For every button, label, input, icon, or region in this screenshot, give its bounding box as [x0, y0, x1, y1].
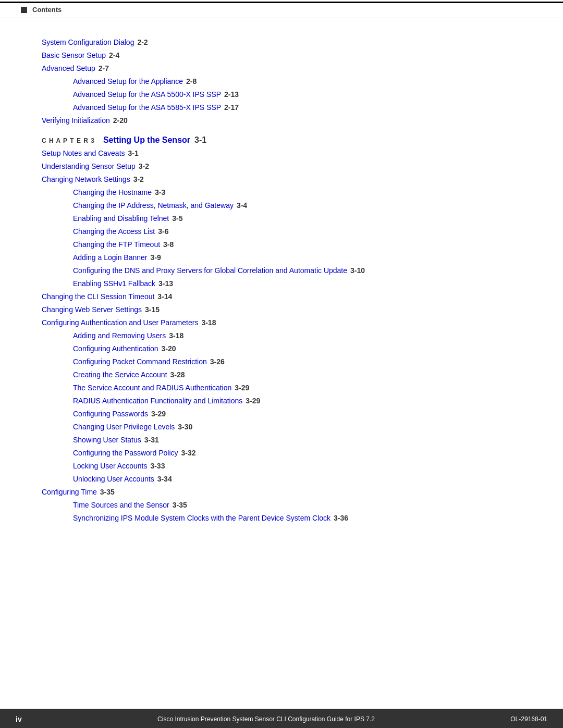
toc-page-number: 3-35	[173, 500, 187, 511]
chapter-3-title[interactable]: Setting Up the Sensor	[103, 135, 190, 145]
toc-link[interactable]: Advanced Setup for the ASA 5585-X IPS SS…	[73, 102, 221, 113]
toc-page-number: 3-13	[158, 278, 173, 289]
toc-page-number: 3-1	[128, 148, 139, 159]
toc-list: System Configuration Dialog2-2Basic Sens…	[42, 37, 521, 524]
toc-link[interactable]: System Configuration Dialog	[42, 37, 134, 48]
chapter-3-page: 3-1	[194, 135, 206, 145]
footer-document-title: Cisco Intrusion Prevention System Sensor…	[22, 715, 511, 723]
footer-page-number: iv	[16, 715, 22, 723]
toc-page-number: 3-36	[334, 513, 348, 524]
toc-page-number: 3-32	[181, 448, 196, 459]
toc-page-number: 3-20	[161, 343, 176, 354]
toc-link[interactable]: Changing the IP Address, Netmask, and Ga…	[73, 200, 234, 211]
toc-page-number: 3-31	[144, 435, 159, 446]
toc-page-number: 3-28	[170, 369, 185, 380]
toc-link[interactable]: Configuring Authentication	[73, 343, 158, 354]
toc-page-number: 3-15	[145, 304, 160, 315]
toc-link[interactable]: Advanced Setup for the Appliance	[73, 76, 183, 87]
toc-link[interactable]: Changing Web Server Settings	[42, 304, 142, 315]
toc-link[interactable]: Changing the CLI Session Timeout	[42, 291, 154, 302]
toc-page-number: 3-2	[139, 161, 149, 172]
toc-entry: RADIUS Authentication Functionality and …	[42, 396, 521, 406]
toc-link[interactable]: Verifying Initialization	[42, 115, 110, 126]
toc-link[interactable]: Configuring the DNS and Proxy Servers fo…	[73, 265, 347, 276]
toc-entry: Locking User Accounts3-33	[42, 461, 521, 472]
toc-entry: Changing Network Settings3-2	[42, 174, 521, 185]
toc-link[interactable]: Setup Notes and Caveats	[42, 148, 125, 159]
toc-link[interactable]: Configuring the Password Policy	[73, 448, 178, 459]
toc-page-number: 3-30	[178, 422, 192, 433]
toc-entry: Configuring Authentication and User Para…	[42, 317, 521, 328]
toc-link[interactable]: Changing the Access List	[73, 226, 155, 237]
toc-link[interactable]: Changing the Hostname	[73, 187, 152, 198]
toc-link[interactable]: Locking User Accounts	[73, 461, 147, 472]
toc-entry: Changing Web Server Settings3-15	[42, 304, 521, 315]
toc-page-number: 3-10	[350, 265, 365, 276]
toc-link[interactable]: The Service Account and RADIUS Authentic…	[73, 382, 231, 393]
toc-page-number: 3-14	[157, 291, 172, 302]
toc-link[interactable]: Adding and Removing Users	[73, 330, 166, 341]
toc-link[interactable]: Time Sources and the Sensor	[73, 500, 169, 511]
toc-entry: Advanced Setup for the Appliance2-8	[42, 76, 521, 87]
page-footer: iv Cisco Intrusion Prevention System Sen…	[0, 709, 563, 728]
toc-link[interactable]: Changing the FTP Timeout	[73, 239, 160, 250]
toc-link[interactable]: RADIUS Authentication Functionality and …	[73, 396, 242, 406]
toc-page-number: 3-33	[150, 461, 165, 472]
toc-link[interactable]: Advanced Setup	[42, 63, 95, 74]
toc-entry: Changing the Hostname3-3	[42, 187, 521, 198]
toc-link[interactable]: Configuring Time	[42, 487, 97, 498]
toc-entry: Adding a Login Banner3-9	[42, 252, 521, 263]
toc-link[interactable]: Changing Network Settings	[42, 174, 130, 185]
toc-entry: Changing the CLI Session Timeout3-14	[42, 291, 521, 302]
toc-page-number: 3-6	[158, 226, 168, 237]
toc-page-number: 3-29	[235, 382, 249, 393]
toc-entry: Advanced Setup2-7	[42, 63, 521, 74]
header-square-icon	[21, 7, 27, 13]
toc-link[interactable]: Creating the Service Account	[73, 369, 167, 380]
toc-page-number: 2-4	[109, 50, 119, 61]
toc-entry: Advanced Setup for the ASA 5585-X IPS SS…	[42, 102, 521, 113]
toc-link[interactable]: Showing User Status	[73, 435, 141, 446]
toc-link[interactable]: Configuring Passwords	[73, 409, 148, 419]
toc-entry: Creating the Service Account3-28	[42, 369, 521, 380]
toc-page-number: 3-4	[237, 200, 247, 211]
toc-link[interactable]: Changing User Privilege Levels	[73, 422, 175, 433]
toc-link[interactable]: Configuring Authentication and User Para…	[42, 317, 198, 328]
toc-page-number: 3-18	[169, 330, 183, 341]
toc-entry: Enabling SSHv1 Fallback3-13	[42, 278, 521, 289]
toc-page-number: 3-18	[201, 317, 216, 328]
toc-entry: Enabling and Disabling Telnet3-5	[42, 213, 521, 224]
toc-entry: Changing the FTP Timeout3-8	[42, 239, 521, 250]
toc-page-number: 3-29	[151, 409, 166, 419]
toc-entry: Configuring Authentication3-20	[42, 343, 521, 354]
toc-link[interactable]: Unlocking User Accounts	[73, 474, 154, 485]
toc-page-number: 2-20	[113, 115, 128, 126]
toc-link[interactable]: Synchronizing IPS Module System Clocks w…	[73, 513, 331, 524]
toc-content: System Configuration Dialog2-2Basic Sens…	[0, 18, 563, 567]
top-border	[0, 2, 563, 3]
toc-link[interactable]: Basic Sensor Setup	[42, 50, 106, 61]
toc-entry: Configuring Passwords3-29	[42, 409, 521, 419]
chapter-3-heading: C H A P T E R 3Setting Up the Sensor3-1	[42, 135, 521, 145]
toc-entry: Advanced Setup for the ASA 5500-X IPS SS…	[42, 89, 521, 100]
toc-link[interactable]: Enabling and Disabling Telnet	[73, 213, 169, 224]
toc-link[interactable]: Enabling SSHv1 Fallback	[73, 278, 155, 289]
toc-entry: Changing the IP Address, Netmask, and Ga…	[42, 200, 521, 211]
footer-doc-number: OL-29168-01	[510, 715, 547, 723]
toc-entry: Time Sources and the Sensor3-35	[42, 500, 521, 511]
toc-link[interactable]: Adding a Login Banner	[73, 252, 147, 263]
page-header: Contents	[0, 2, 563, 18]
toc-entry: Unlocking User Accounts3-34	[42, 474, 521, 485]
toc-entry: The Service Account and RADIUS Authentic…	[42, 382, 521, 393]
toc-page-number: 2-13	[224, 89, 239, 100]
toc-entry: Adding and Removing Users3-18	[42, 330, 521, 341]
toc-page-number: 3-29	[246, 396, 260, 406]
page: Contents System Configuration Dialog2-2B…	[0, 2, 563, 728]
toc-entry: Synchronizing IPS Module System Clocks w…	[42, 513, 521, 524]
toc-link[interactable]: Understanding Sensor Setup	[42, 161, 136, 172]
toc-link[interactable]: Configuring Packet Command Restriction	[73, 356, 207, 367]
toc-entry: Changing User Privilege Levels3-30	[42, 422, 521, 433]
toc-link[interactable]: Advanced Setup for the ASA 5500-X IPS SS…	[73, 89, 221, 100]
toc-page-number: 3-34	[157, 474, 172, 485]
toc-entry: Verifying Initialization2-20	[42, 115, 521, 126]
